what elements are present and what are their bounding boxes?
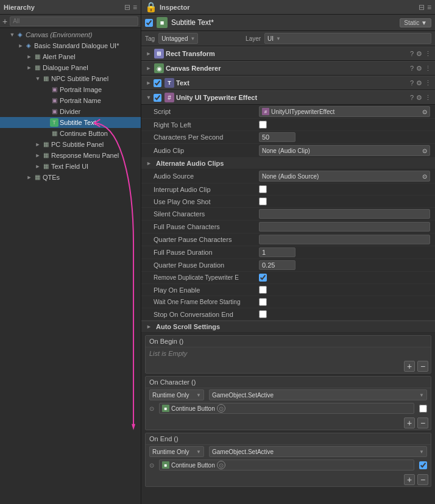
on-character-runtime-dropdown[interactable]: Runtime Only ▼ (149, 389, 204, 400)
tag-dropdown-wrapper[interactable]: Untagged ▼ (158, 33, 242, 44)
component-rect-transform[interactable]: ► ⊞ Rect Transform ? ⚙ ⋮ (141, 46, 435, 61)
wait-one-frame-checkbox[interactable] (259, 298, 267, 306)
text-comp-icon: T (164, 78, 174, 88)
typewriter-checkbox[interactable] (154, 94, 161, 102)
settings2-icon[interactable]: ⚙ (416, 65, 422, 73)
on-character-label: On Character () (149, 378, 196, 386)
layer-dropdown-wrapper[interactable]: UI ▼ (264, 33, 431, 44)
on-end-runtime-dropdown[interactable]: Runtime Only ▼ (149, 446, 204, 457)
tree-item-text-field[interactable]: ► ▦ Text Field UI (0, 161, 141, 172)
remove-dup-checkbox[interactable] (259, 274, 267, 282)
field-label-full-pause-chars: Full Pause Characters (146, 223, 259, 230)
on-end-add-btn[interactable]: + (404, 474, 415, 485)
on-begin-add-btn[interactable]: + (404, 361, 415, 372)
stop-conv-end-checkbox[interactable] (259, 310, 267, 318)
component-canvas-renderer[interactable]: ► ◉ Canvas Renderer ? ⚙ ⋮ (141, 61, 435, 76)
hierarchy-search-input[interactable] (10, 16, 138, 26)
on-character-add-btn[interactable]: + (404, 417, 415, 428)
tag-layer-row: Tag Untagged ▼ Layer UI ▼ (141, 31, 435, 46)
tree-item-portrait-img[interactable]: ▣ Portrait Image (0, 84, 141, 95)
tag-dropdown[interactable]: Untagged ▼ (158, 33, 198, 44)
on-character-func-dropdown[interactable]: GameObject.SetActive ▼ (209, 389, 427, 400)
more4-icon[interactable]: ⋮ (425, 94, 431, 102)
on-end-func-dropdown[interactable]: GameObject.SetActive ▼ (209, 446, 427, 457)
panel-icon-dialogue: ▦ (33, 63, 41, 72)
tree-item-portrait-name[interactable]: ▣ Portrait Name (0, 95, 141, 106)
field-label-full-pause-dur: Full Pause Duration (146, 249, 259, 256)
help3-icon[interactable]: ? (410, 79, 414, 87)
more-icon[interactable]: ⋮ (425, 50, 431, 58)
on-character-remove-btn[interactable]: − (417, 417, 428, 428)
dot-target-icon: ⊙ (422, 108, 427, 115)
field-value-audio-source: None (Audio Source) ⊙ (259, 171, 430, 182)
on-end-remove-btn[interactable]: − (417, 474, 428, 485)
tree-item-canvas-env[interactable]: ▼ ◈ Canvas (Environment) (0, 29, 141, 40)
tree-arrow-canvas: ▼ (9, 32, 16, 38)
help2-icon[interactable]: ? (410, 65, 414, 72)
tree-item-pc-subtitle[interactable]: ► ▦ PC Subtitle Panel (0, 139, 141, 150)
audio-clip-dropdown[interactable]: None (Audio Clip) ⊙ (259, 145, 430, 156)
full-pause-chars-input[interactable] (259, 222, 430, 232)
component-typewriter[interactable]: ▼ # Unity UI Typewriter Effect ? ⚙ ⋮ (141, 90, 435, 105)
more3-icon[interactable]: ⋮ (425, 79, 431, 87)
inspector-header: 🔒 Inspector ⊟ ≡ (141, 0, 435, 15)
on-end-runtime-value: Runtime Only (152, 449, 189, 455)
tree-item-basic-dlg[interactable]: ► ◈ Basic Standard Dialogue UI* (0, 40, 141, 51)
interrupt-audio-checkbox[interactable] (259, 185, 267, 193)
on-begin-remove-btn[interactable]: − (417, 361, 428, 372)
silent-chars-input[interactable] (259, 209, 430, 219)
on-character-obj-ref[interactable]: ■ Continue Button ⊙ (159, 403, 414, 414)
rtl-checkbox[interactable] (259, 121, 267, 129)
settings-icon[interactable]: ⚙ (416, 50, 422, 58)
tree-item-npc-subtitle[interactable]: ▼ ▦ NPC Subtitle Panel (0, 73, 141, 84)
obj-ref-btn-end[interactable]: ⊙ (217, 461, 225, 469)
on-end-checkbox[interactable] (419, 461, 427, 469)
on-begin-buttons: + − (146, 360, 431, 373)
on-character-obj-name: Continue Button (171, 405, 215, 412)
tree-arrow-alert: ► (26, 54, 33, 60)
full-pause-dur-input[interactable] (259, 247, 295, 257)
script-ref[interactable]: # UnityUITypewriterEffect ⊙ (259, 106, 430, 117)
field-value-audio-clip: None (Audio Clip) ⊙ (259, 145, 430, 156)
hierarchy-header-icons: ⊟ ≡ (124, 3, 137, 12)
static-dropdown[interactable]: Static ▼ (400, 18, 431, 27)
obj-ref-btn-char[interactable]: ⊙ (217, 404, 225, 413)
tree-item-subtitle-text[interactable]: T Subtitle Text (0, 117, 141, 128)
menu-icon[interactable]: ≡ (133, 3, 137, 12)
alt-audio-arrow: ► (146, 160, 154, 166)
tree-label-response: Response Menu Panel (51, 152, 119, 159)
help4-icon[interactable]: ? (410, 94, 414, 101)
object-active-checkbox[interactable] (145, 19, 153, 27)
layer-dropdown[interactable]: UI ▼ (264, 33, 431, 44)
tree-item-continue-btn[interactable]: ▦ Continue Button (0, 128, 141, 139)
inspector-panel: 🔒 Inspector ⊟ ≡ ■ Subtitle Text* Static … (141, 0, 435, 504)
component-text[interactable]: ► T Text ? ⚙ ⋮ (141, 76, 435, 90)
tree-item-dialogue[interactable]: ► ▦ Dialogue Panel (0, 62, 141, 73)
field-label-quarter-pause-chars: Quarter Pause Characters (146, 236, 259, 243)
field-quarter-pause-dur: Quarter Pause Duration (141, 259, 435, 272)
audio-source-dropdown[interactable]: None (Audio Source) ⊙ (259, 171, 430, 182)
on-end-obj-ref[interactable]: ■ Continue Button ⊙ (159, 460, 414, 470)
text-comp-checkbox[interactable] (154, 79, 161, 87)
more2-icon[interactable]: ⋮ (425, 65, 431, 73)
tree-item-qtes[interactable]: ► ▦ QTEs (0, 172, 141, 183)
quarter-pause-chars-input[interactable] (259, 235, 430, 244)
section-alt-audio-clips[interactable]: ► Alternate Audio Clips (141, 158, 435, 169)
settings4-icon[interactable]: ⚙ (416, 94, 422, 102)
field-label-quarter-pause-dur: Quarter Pause Duration (146, 261, 259, 269)
section-auto-scroll[interactable]: ► Auto Scroll Settings (141, 321, 435, 333)
on-character-checkbox[interactable] (419, 405, 427, 413)
add-button[interactable]: + (2, 16, 7, 26)
play-one-shot-checkbox[interactable] (259, 197, 267, 205)
settings3-icon[interactable]: ⚙ (416, 79, 422, 87)
cps-input[interactable] (259, 132, 295, 142)
tree-item-divider[interactable]: ▣ Divider (0, 106, 141, 117)
tree-item-alert[interactable]: ► ▦ Alert Panel (0, 51, 141, 62)
menu2-icon[interactable]: ≡ (427, 3, 431, 12)
play-on-enable-checkbox[interactable] (259, 286, 267, 294)
tree-arrow-response: ► (34, 152, 41, 158)
tree-item-response-menu[interactable]: ► ▦ Response Menu Panel (0, 150, 141, 161)
field-label-stop-conv-end: Stop On Conversation End (146, 311, 259, 318)
help-icon[interactable]: ? (410, 50, 414, 57)
quarter-pause-dur-input[interactable] (259, 260, 295, 270)
